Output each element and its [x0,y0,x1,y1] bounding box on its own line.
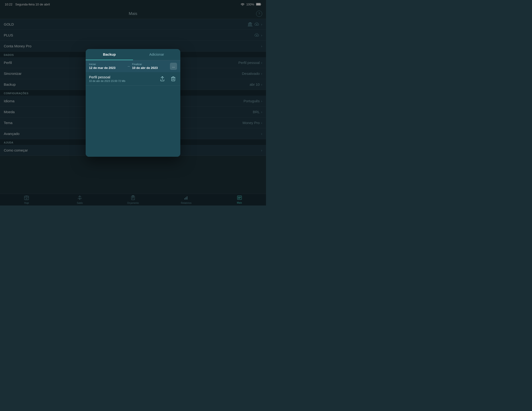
modal-body [86,86,180,157]
date-arrow-icon: → [127,64,130,68]
delete-button[interactable] [170,75,177,83]
backup-item-info: Perfil pessoal 10 de abr de 2023 15:00 7… [89,75,125,82]
date-start-block: Iniciar 12 de mar de 2023 [89,63,125,70]
trash-icon [171,76,175,81]
share-icon [160,76,165,81]
backup-item-actions [159,75,177,83]
date-end-value: 10 de abr de 2023 [132,66,168,70]
more-options-button[interactable]: ... [170,63,177,70]
backup-modal: Backup Adicionar Iniciar 12 de mar de 20… [86,49,180,157]
date-start-label: Iniciar [89,63,125,66]
modal-overlay[interactable]: Backup Adicionar Iniciar 12 de mar de 20… [0,0,266,206]
backup-item: Perfil pessoal 10 de abr de 2023 15:00 7… [86,72,180,86]
backup-item-date: 10 de abr de 2023 15:00 72 Mb [89,80,125,82]
backup-item-name: Perfil pessoal [89,75,125,79]
share-button[interactable] [159,75,166,83]
date-end-label: Finalizar [132,63,168,66]
date-start-value: 12 de mar de 2023 [89,66,125,70]
modal-tab-backup[interactable]: Backup [86,49,133,60]
modal-tabs: Backup Adicionar [86,49,180,60]
date-range-row: Iniciar 12 de mar de 2023 → Finalizar 10… [86,60,180,72]
svg-rect-17 [171,77,175,81]
modal-tab-adicionar[interactable]: Adicionar [133,49,180,60]
date-end-block: Finalizar 10 de abr de 2023 [132,63,168,70]
